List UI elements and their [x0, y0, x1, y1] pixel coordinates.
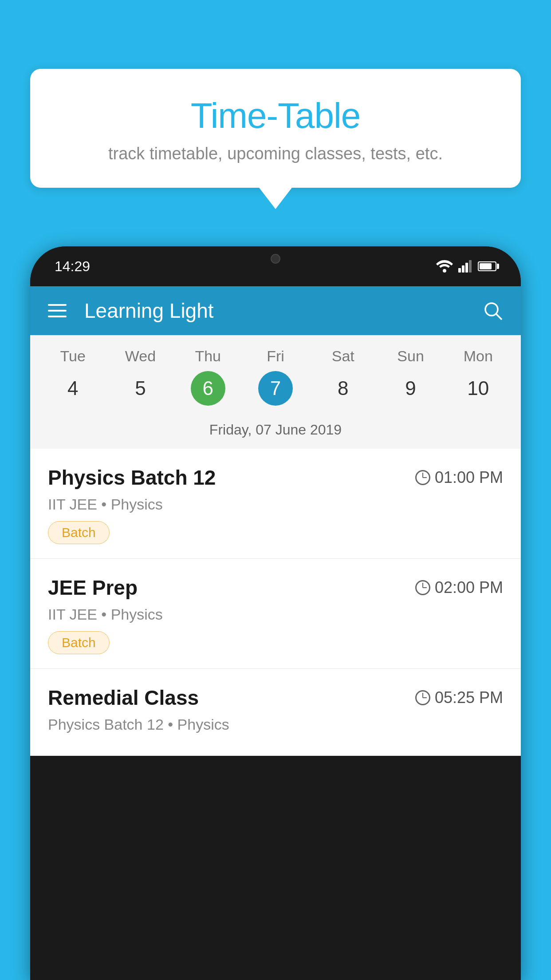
time-text: 01:00 PM	[435, 468, 503, 487]
time-text: 02:00 PM	[435, 578, 503, 597]
day-name: Tue	[60, 348, 85, 365]
batch-badge: Batch	[48, 631, 110, 654]
time-text: 05:25 PM	[435, 688, 503, 707]
status-time: 14:29	[55, 258, 90, 275]
day-name: Mon	[464, 348, 493, 365]
svg-rect-4	[469, 260, 472, 273]
clock-icon	[415, 690, 430, 705]
svg-line-6	[496, 314, 502, 320]
camera	[271, 254, 280, 264]
item-title: Remedial Class	[48, 686, 199, 710]
svg-point-5	[485, 303, 498, 316]
wifi-icon	[436, 260, 453, 273]
day-number[interactable]: 6	[191, 371, 225, 406]
day-number[interactable]: 10	[461, 371, 496, 406]
signal-icon	[458, 260, 472, 273]
batch-badge: Batch	[48, 521, 110, 544]
day-col-7[interactable]: Fri7	[247, 348, 304, 406]
phone-frame: 14:29 L	[30, 246, 521, 980]
svg-rect-1	[458, 268, 461, 273]
tooltip-subtitle: track timetable, upcoming classes, tests…	[52, 144, 499, 163]
selected-date-label: Friday, 07 June 2019	[30, 413, 521, 449]
svg-point-0	[443, 269, 446, 273]
days-row: Tue4Wed5Thu6Fri7Sat8Sun9Mon10	[30, 348, 521, 406]
schedule-item-1[interactable]: JEE Prep02:00 PMIIT JEE • PhysicsBatch	[30, 559, 521, 669]
schedule-list: Physics Batch 1201:00 PMIIT JEE • Physic…	[30, 449, 521, 756]
day-col-8[interactable]: Sat8	[314, 348, 372, 406]
status-icons	[436, 260, 496, 273]
notch	[249, 246, 302, 271]
day-name: Thu	[195, 348, 221, 365]
item-time: 05:25 PM	[415, 688, 503, 707]
calendar-strip: Tue4Wed5Thu6Fri7Sat8Sun9Mon10 Friday, 07…	[30, 335, 521, 449]
app-title: Learning Light	[84, 299, 469, 323]
day-col-4[interactable]: Tue4	[44, 348, 102, 406]
day-number[interactable]: 5	[123, 371, 157, 406]
clock-icon	[415, 580, 430, 595]
svg-rect-3	[465, 263, 468, 273]
item-meta: Physics Batch 12 • Physics	[48, 716, 503, 733]
day-number[interactable]: 8	[326, 371, 360, 406]
day-name: Sun	[397, 348, 424, 365]
day-number[interactable]: 9	[394, 371, 428, 406]
schedule-item-0[interactable]: Physics Batch 1201:00 PMIIT JEE • Physic…	[30, 449, 521, 559]
item-time: 01:00 PM	[415, 468, 503, 487]
day-name: Sat	[332, 348, 354, 365]
svg-rect-2	[462, 265, 464, 273]
item-time: 02:00 PM	[415, 578, 503, 597]
status-bar: 14:29	[30, 246, 521, 286]
search-icon[interactable]	[483, 300, 503, 321]
day-col-10[interactable]: Mon10	[449, 348, 507, 406]
hamburger-icon[interactable]	[48, 304, 67, 317]
tooltip-title: Time-Table	[52, 95, 499, 136]
day-col-9[interactable]: Sun9	[382, 348, 440, 406]
schedule-item-2[interactable]: Remedial Class05:25 PMPhysics Batch 12 •…	[30, 669, 521, 756]
item-title: Physics Batch 12	[48, 466, 216, 490]
day-number[interactable]: 7	[258, 371, 293, 406]
day-name: Wed	[125, 348, 156, 365]
item-title: JEE Prep	[48, 576, 138, 600]
clock-icon	[415, 470, 430, 485]
battery-icon	[478, 261, 496, 271]
day-col-5[interactable]: Wed5	[111, 348, 169, 406]
day-number[interactable]: 4	[55, 371, 90, 406]
day-col-6[interactable]: Thu6	[179, 348, 237, 406]
item-meta: IIT JEE • Physics	[48, 606, 503, 623]
item-meta: IIT JEE • Physics	[48, 496, 503, 513]
day-name: Fri	[267, 348, 284, 365]
tooltip-card: Time-Table track timetable, upcoming cla…	[30, 69, 521, 188]
app-bar: Learning Light	[30, 286, 521, 335]
